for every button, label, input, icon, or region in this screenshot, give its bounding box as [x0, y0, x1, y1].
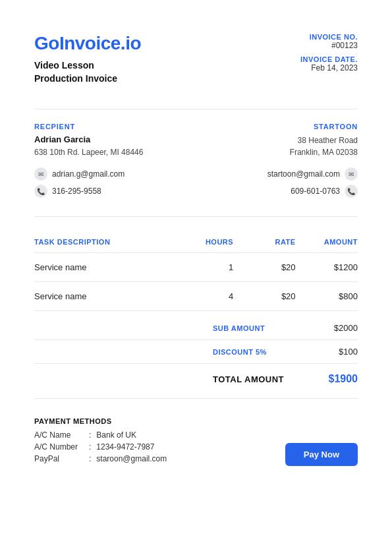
discount-value: $100 — [305, 347, 358, 357]
table-header-row: TASK DESCRIPTION HOURS RATE AMOUNT — [34, 238, 358, 253]
brand-section: GoInvoice.io Video Lesson Production Inv… — [34, 33, 141, 85]
pay-now-button[interactable]: Pay Now — [285, 443, 358, 466]
phone-icon: 📞 — [34, 185, 47, 198]
invoice-table: TASK DESCRIPTION HOURS RATE AMOUNT Servi… — [34, 238, 358, 311]
sender-address-line2: Franklin, MA 02038 — [196, 146, 358, 158]
invoice-subtitle: Video Lesson Production Invoice — [34, 59, 141, 85]
table-row: Service name 1 $20 $1200 — [34, 253, 358, 282]
discount-label: DISCOUNT 5% — [213, 348, 305, 356]
invoice-meta: INVOICE NO. #00123 INVOICE DATE. Feb 14,… — [300, 33, 358, 78]
col-header-amount: AMOUNT — [296, 238, 358, 246]
col-header-hours: HOURS — [171, 238, 233, 246]
payment-details: PAYMENT METHODS A/C Name : Bank of UK A/… — [34, 417, 167, 466]
invoice-number-value: #00123 — [300, 41, 358, 50]
email-icon: ✉ — [34, 167, 47, 181]
contacts-section: ✉ adrian.g@gmail.com 📞 316-295-9558 ✉ st… — [34, 167, 358, 198]
row-0-hours: 1 — [171, 262, 233, 272]
payment-row-acnumber: A/C Number : 1234-9472-7987 — [34, 442, 167, 452]
payment-key-acname: A/C Name — [34, 430, 84, 440]
invoice-date-label: INVOICE DATE. — [300, 55, 358, 63]
payment-methods-label: PAYMENT METHODS — [34, 417, 167, 425]
recipient-name: Adrian Garcia — [34, 134, 196, 144]
totals-section: SUB AMOUNT $2000 DISCOUNT 5% $100 TOTAL … — [34, 316, 358, 392]
sender-contacts: ✉ startoon@gmail.com 📞 609-601-0763 — [267, 167, 358, 198]
invoice-date-value: Feb 14, 2023 — [300, 63, 358, 73]
recipient-address: 638 10th Rd. Lapeer, MI 48446 — [34, 146, 196, 158]
total-amount-label: TOTAL AMOUNT — [213, 374, 305, 384]
table-top-divider — [34, 216, 358, 217]
sender-email: startoon@gmail.com — [267, 169, 340, 179]
payment-key-acnumber: A/C Number — [34, 442, 84, 452]
total-amount-value: $1900 — [305, 373, 358, 385]
sender-email-icon: ✉ — [345, 167, 358, 181]
invoice-number-label: INVOICE NO. — [300, 33, 358, 41]
header: GoInvoice.io Video Lesson Production Inv… — [34, 33, 358, 85]
payment-section: PAYMENT METHODS A/C Name : Bank of UK A/… — [34, 417, 358, 466]
sub-amount-label: SUB AMOUNT — [213, 324, 305, 332]
recipient-label: RECPIENT — [34, 123, 196, 131]
payment-divider — [34, 398, 358, 399]
recipient-email: adrian.g@gmail.com — [52, 169, 125, 179]
payment-val-paypal: staroon@gmail.com — [96, 454, 167, 463]
row-1-rate: $20 — [233, 291, 295, 301]
parties-section: RECPIENT Adrian Garcia 638 10th Rd. Lape… — [34, 123, 358, 158]
payment-val-acname: Bank of UK — [96, 430, 136, 440]
row-0-task: Service name — [34, 262, 171, 272]
sub-amount-row: SUB AMOUNT $2000 — [34, 316, 358, 340]
recipient-contacts: ✉ adrian.g@gmail.com 📞 316-295-9558 — [34, 167, 125, 198]
recipient-section: RECPIENT Adrian Garcia 638 10th Rd. Lape… — [34, 123, 196, 158]
sender-label: STARTOON — [196, 123, 358, 131]
invoice-page: GoInvoice.io Video Lesson Production Inv… — [0, 0, 392, 555]
total-amount-row: TOTAL AMOUNT $1900 — [34, 364, 358, 392]
recipient-email-item: ✉ adrian.g@gmail.com — [34, 167, 125, 181]
recipient-phone-item: 📞 316-295-9558 — [34, 185, 125, 198]
header-divider — [34, 109, 358, 109]
discount-row: DISCOUNT 5% $100 — [34, 340, 358, 364]
col-header-rate: RATE — [233, 238, 295, 246]
sender-phone: 609-601-0763 — [291, 187, 340, 196]
col-header-task: TASK DESCRIPTION — [34, 238, 171, 246]
sender-section: STARTOON 38 Heather Road Franklin, MA 02… — [196, 123, 358, 158]
row-1-hours: 4 — [171, 291, 233, 301]
payment-val-acnumber: 1234-9472-7987 — [96, 442, 154, 452]
sender-phone-icon: 📞 — [345, 185, 358, 198]
recipient-phone: 316-295-9558 — [52, 187, 101, 196]
row-1-amount: $800 — [296, 291, 358, 301]
payment-row-paypal: PayPal : staroon@gmail.com — [34, 454, 167, 463]
sender-phone-item: 📞 609-601-0763 — [291, 185, 358, 198]
sender-email-item: ✉ startoon@gmail.com — [267, 167, 358, 181]
brand-name: GoInvoice.io — [34, 33, 141, 54]
row-1-task: Service name — [34, 291, 171, 301]
row-0-amount: $1200 — [296, 262, 358, 272]
sender-address-line1: 38 Heather Road — [196, 134, 358, 146]
payment-key-paypal: PayPal — [34, 454, 84, 463]
row-0-rate: $20 — [233, 262, 295, 272]
sub-amount-value: $2000 — [305, 323, 358, 333]
payment-row-acname: A/C Name : Bank of UK — [34, 430, 167, 440]
table-row: Service name 4 $20 $800 — [34, 282, 358, 311]
